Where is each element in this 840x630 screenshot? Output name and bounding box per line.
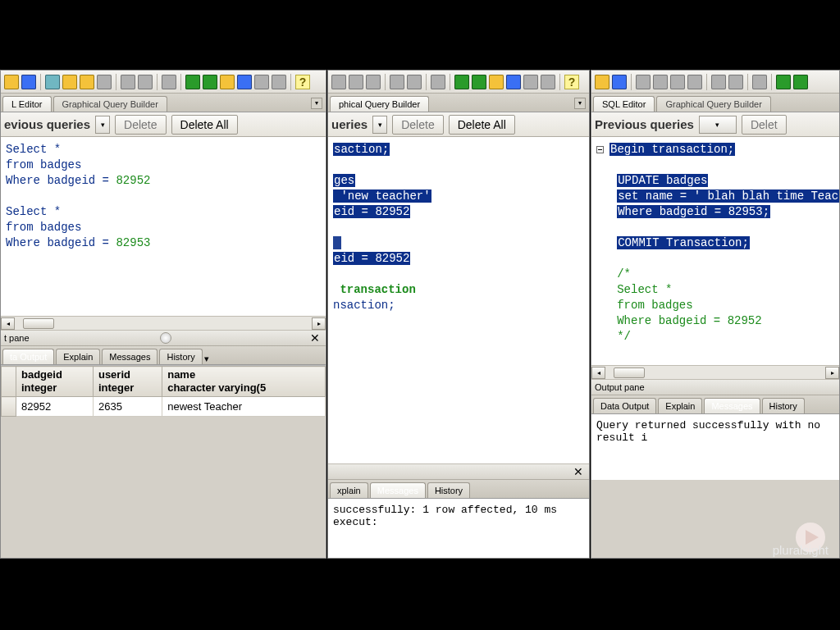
- tab-sql-editor[interactable]: L Editor: [2, 96, 52, 112]
- undo-icon[interactable]: [390, 75, 404, 89]
- scroll-right-icon[interactable]: ▸: [312, 317, 326, 330]
- delete-all-button[interactable]: Delete All: [171, 115, 238, 135]
- paste-icon[interactable]: [670, 75, 685, 89]
- separator: [631, 74, 632, 90]
- scroll-thumb[interactable]: [614, 368, 645, 378]
- sql-line: Select *: [6, 143, 61, 156]
- fold-icon[interactable]: [596, 146, 604, 153]
- column-header-userid[interactable]: userid integer: [93, 367, 162, 397]
- toolbar: ?: [1, 71, 326, 94]
- scroll-left-icon[interactable]: ◂: [591, 367, 605, 379]
- run-script-icon[interactable]: [793, 75, 808, 89]
- copy-icon[interactable]: [653, 75, 668, 89]
- cut-icon[interactable]: [349, 75, 363, 89]
- clear-icon[interactable]: [687, 75, 702, 89]
- editor-scrollbar[interactable]: ◂ ▸: [591, 365, 839, 379]
- close-icon[interactable]: ✕: [308, 331, 322, 345]
- delete-button[interactable]: Delete: [115, 115, 166, 135]
- tab-dropdown-icon[interactable]: ▾: [311, 98, 322, 109]
- undo-icon[interactable]: [711, 75, 726, 89]
- copy-icon[interactable]: [62, 75, 77, 89]
- scroll-thumb[interactable]: [23, 318, 54, 329]
- undo-icon[interactable]: [121, 75, 135, 89]
- cut-icon[interactable]: [636, 75, 651, 89]
- queries-dropdown[interactable]: ▾: [699, 116, 737, 134]
- redo-icon[interactable]: [407, 75, 422, 89]
- run-script-icon[interactable]: [472, 75, 486, 89]
- tab-dropdown-icon[interactable]: ▾: [204, 354, 209, 364]
- stop-icon[interactable]: [254, 75, 269, 89]
- tab-history[interactable]: History: [762, 398, 805, 413]
- pin-icon[interactable]: [160, 332, 171, 344]
- sql-editor[interactable]: saction; ges 'new teacher' eid = 82952 e…: [328, 137, 589, 398]
- delete-button[interactable]: Delet: [742, 115, 787, 135]
- save-icon[interactable]: [21, 75, 36, 89]
- sql-value: 82953: [116, 236, 150, 249]
- sql-comment: */: [617, 330, 631, 343]
- tab-data-output[interactable]: Data Output: [593, 398, 656, 413]
- delete-button[interactable]: Delete: [392, 115, 443, 135]
- sql-line: saction;: [333, 143, 390, 156]
- editor-scrollbar[interactable]: ◂ ▸: [1, 316, 326, 330]
- stop-icon[interactable]: [523, 75, 538, 89]
- editor-tabbar: phical Query Builder ▾: [328, 94, 589, 112]
- tab-history[interactable]: History: [159, 349, 202, 364]
- tab-gqb[interactable]: Graphical Query Builder: [656, 96, 770, 112]
- cancel-icon[interactable]: [506, 75, 521, 89]
- scroll-left-icon[interactable]: ◂: [1, 317, 15, 330]
- cell-name[interactable]: newest Teacher: [162, 397, 326, 417]
- find-icon[interactable]: [752, 75, 767, 89]
- cell-badgeid[interactable]: 82952: [16, 397, 94, 417]
- cancel-icon[interactable]: [237, 75, 252, 89]
- run-icon[interactable]: [776, 75, 791, 89]
- tab-data-output[interactable]: ta Output: [2, 349, 54, 364]
- table-row[interactable]: 82952 2635 newest Teacher: [2, 397, 326, 417]
- close-icon[interactable]: ✕: [571, 465, 586, 478]
- stop2-icon[interactable]: [272, 75, 286, 89]
- open-icon[interactable]: [331, 75, 346, 89]
- run-icon[interactable]: [185, 75, 200, 89]
- clear-icon[interactable]: [97, 75, 112, 89]
- tab-history[interactable]: History: [427, 482, 470, 498]
- sql-editor[interactable]: Select * from badges Where badgeid = 829…: [1, 137, 326, 316]
- tab-messages[interactable]: Messages: [704, 398, 760, 413]
- tab-explain[interactable]: xplain: [330, 482, 368, 498]
- redo-icon[interactable]: [138, 75, 153, 89]
- scroll-right-icon[interactable]: ▸: [825, 367, 839, 379]
- explain-icon[interactable]: [220, 75, 235, 89]
- clear-icon[interactable]: [366, 75, 381, 89]
- column-header-badgeid[interactable]: badgeid integer: [16, 367, 94, 397]
- run-icon[interactable]: [454, 75, 469, 89]
- tab-explain[interactable]: Explain: [658, 398, 702, 413]
- explain-icon[interactable]: [489, 75, 504, 89]
- queries-bar: Previous queries ▾ Delet: [591, 112, 839, 137]
- help-icon[interactable]: ?: [295, 75, 310, 89]
- tab-messages[interactable]: Messages: [370, 482, 426, 498]
- output-pane-title: Output pane: [595, 382, 645, 392]
- run-script-icon[interactable]: [203, 75, 217, 89]
- redo-icon[interactable]: [728, 75, 743, 89]
- tab-sql-editor[interactable]: SQL Editor: [593, 96, 655, 112]
- tab-messages[interactable]: Messages: [102, 349, 158, 364]
- open-icon[interactable]: [595, 75, 609, 89]
- find-icon[interactable]: [431, 75, 445, 89]
- queries-dropdown[interactable]: ▾: [372, 116, 387, 134]
- help-icon[interactable]: ?: [564, 75, 579, 89]
- tab-gqb[interactable]: Graphical Query Builder: [53, 96, 167, 112]
- queries-dropdown[interactable]: ▾: [95, 116, 110, 134]
- tab-gqb[interactable]: phical Query Builder: [330, 96, 429, 112]
- cell-userid[interactable]: 2635: [93, 397, 162, 417]
- sql-editor[interactable]: Begin transaction; UPDATE badges set nam…: [591, 137, 839, 365]
- stop2-icon[interactable]: [541, 75, 555, 89]
- cut-icon[interactable]: [45, 75, 60, 89]
- column-header-name[interactable]: name character varying(5: [162, 367, 326, 397]
- tab-dropdown-icon[interactable]: ▾: [574, 98, 586, 109]
- separator: [116, 74, 116, 90]
- sql-line: Begin transaction;: [609, 143, 735, 156]
- open-icon[interactable]: [4, 75, 19, 89]
- delete-all-button[interactable]: Delete All: [449, 115, 515, 135]
- tab-explain[interactable]: Explain: [56, 349, 100, 364]
- save-icon[interactable]: [612, 75, 627, 89]
- find-icon[interactable]: [162, 75, 176, 89]
- paste-icon[interactable]: [80, 75, 94, 89]
